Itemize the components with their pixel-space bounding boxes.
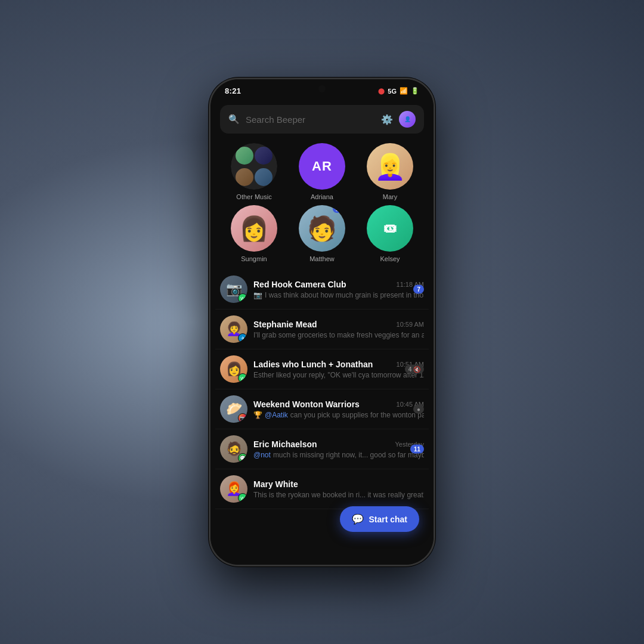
search-input[interactable]: Search Beeper [246,114,375,125]
platform-icon-tg: ✈ [238,333,247,343]
chat-item-wonton[interactable]: 🥟 📷 Weekend Wonton Warriors 10:45 AM 🏆 @… [215,389,429,429]
platform-icon-wa: W [238,293,247,303]
story-avatar-mary: 👱‍♀️ [367,143,413,190]
chat-header-stephanie: Stephanie Mead 10:59 AM [253,320,424,329]
settings-icon[interactable]: ⚙️ [381,114,393,125]
chat-time-stephanie: 10:59 AM [397,321,424,328]
start-chat-label: Start chat [369,515,407,524]
story-kelsey[interactable]: 🎟 Kelsey [367,205,413,262]
chat-item-stephanie[interactable]: 👩‍🦱 ✈ Stephanie Mead 10:59 AM I'll grab … [215,309,429,349]
story-label-adriana: Adriana [311,193,333,200]
chat-name-marywhite: Mary White [253,479,298,489]
story-avatar-kelsey: 🎟 [367,205,413,252]
chat-header-eric: Eric Michaelson Yesterday [253,439,424,449]
chat-avatar-marywhite: 👩‍🦰 W [220,475,247,503]
mention-not: @not [253,451,271,459]
story-sungmin[interactable]: 👩 Sungmin [231,205,277,262]
platform-icon-ig: 📷 [238,413,247,423]
kelsey-avatar-bg: 🎟 [367,205,413,252]
chat-badge-wonton: ● [413,405,424,414]
chat-preview-stephanie: I'll grab some groceries to make fresh v… [253,331,424,339]
adriana-avatar-bg: AR [299,143,345,190]
chat-header-red-hook: Red Hook Camera Club 11:18 AM [253,280,424,289]
status-bar: 8:21 ⬤ 5G 📶 🔋 [210,79,434,100]
chat-header-ladies: Ladies who Lunch + Jonathan 10:51 AM [253,360,424,369]
story-avatar-sungmin: 👩 [231,205,277,252]
search-icon: 🔍 [228,114,240,125]
chat-preview-red-hook: 📷 I was think about how much grain is pr… [253,291,424,299]
chat-item-red-hook[interactable]: 📷 W Red Hook Camera Club 11:18 AM 📷 I wa… [215,270,429,309]
chat-name-eric: Eric Michaelson [253,439,317,449]
search-bar[interactable]: 🔍 Search Beeper ⚙️ 👤 [220,105,424,134]
story-avatar-other-music: 8 [231,143,277,190]
chat-avatar-ladies: 👩 W [220,355,247,383]
user-avatar-initial: 👤 [404,116,411,122]
mini-avatar-3 [236,168,253,186]
chat-content-red-hook: Red Hook Camera Club 11:18 AM 📷 I was th… [253,280,424,299]
camera-dot [318,85,326,92]
matthew-badge: 11 [333,205,345,213]
chat-item-ladies[interactable]: 👩 W Ladies who Lunch + Jonathan 10:51 AM… [215,349,429,389]
start-chat-fab[interactable]: 💬 Start chat [340,506,419,532]
chat-preview-eric: @not much is missing right now, it... go… [253,451,424,459]
chat-avatar-wonton: 🥟 📷 [220,395,247,423]
story-label-mary: Mary [383,193,397,200]
platform-icon-wa-2: W [238,373,247,383]
adriana-initials: AR [312,159,332,174]
story-matthew[interactable]: 🧑 11 Matthew [299,205,345,262]
chat-avatar-stephanie: 👩‍🦱 ✈ [220,315,247,343]
mary-avatar-bg: 👱‍♀️ [367,143,413,190]
chat-item-eric[interactable]: 🧔 💬 Eric Michaelson Yesterday @not much … [215,429,429,469]
chat-header-wonton: Weekend Wonton Warriors 10:45 AM [253,400,424,409]
chat-preview-icon: 📷 [253,291,262,299]
user-avatar[interactable]: 👤 [399,111,416,128]
mary-avatar-icon: 👱‍♀️ [374,152,405,181]
chat-name-red-hook: Red Hook Camera Club [253,280,346,289]
chat-content-stephanie: Stephanie Mead 10:59 AM I'll grab some g… [253,320,424,339]
platform-icon-sms: 💬 [238,453,247,463]
chat-content-marywhite: Mary White This is the ryokan we booked … [253,479,424,499]
chat-badge-red-hook: 7 [413,285,424,294]
start-chat-icon: 💬 [352,513,364,525]
chat-item-marywhite[interactable]: 👩‍🦰 W Mary White This is the ryokan we b… [215,469,429,509]
other-music-badge: 8 [268,143,277,150]
phone-wrapper: 8:21 ⬤ 5G 📶 🔋 🔍 Search Beeper ⚙️ 👤 [209,78,435,566]
mini-avatar-1 [236,147,253,165]
status-time: 8:21 [225,86,241,95]
chat-name-wonton: Weekend Wonton Warriors [253,400,360,409]
network-label: 5G [388,88,397,95]
status-icons: ⬤ 5G 📶 🔋 [378,87,419,95]
screen: 8:21 ⬤ 5G 📶 🔋 🔍 Search Beeper ⚙️ 👤 [210,79,434,565]
story-avatar-matthew: 🧑 11 [299,205,345,252]
story-label-other-music: Other Music [236,193,271,200]
stories-row-1: 8 Other Music AR Adriana [210,143,434,205]
chat-preview-wonton: 🏆 @Aatik can you pick up supplies for th… [253,411,424,419]
story-other-music[interactable]: 8 Other Music [231,143,277,200]
story-avatar-adriana: AR [299,143,345,190]
story-label-sungmin: Sungmin [241,255,267,262]
kelsey-ticket-icon: 🎟 [383,221,397,236]
phone-body: 8:21 ⬤ 5G 📶 🔋 🔍 Search Beeper ⚙️ 👤 [209,78,435,566]
mention-aatik: @Aatik [265,411,288,419]
platform-icon-wa-3: W [238,493,247,503]
stories-row-2: 👩 Sungmin 🧑 11 Matthew [210,205,434,270]
story-label-kelsey: Kelsey [380,255,400,262]
signal-icon: 📶 [400,87,408,95]
chat-content-ladies: Ladies who Lunch + Jonathan 10:51 AM Est… [253,360,424,379]
story-adriana[interactable]: AR Adriana [299,143,345,200]
chat-content-wonton: Weekend Wonton Warriors 10:45 AM 🏆 @Aati… [253,400,424,419]
chat-list: 📷 W Red Hook Camera Club 11:18 AM 📷 I wa… [210,270,434,509]
chat-name-stephanie: Stephanie Mead [253,320,317,329]
chat-preview-marywhite: This is the ryokan we booked in ri... it… [253,491,424,499]
matthew-avatar-icon: 🧑 [307,215,337,243]
sungmin-avatar-icon: 👩 [239,215,269,243]
chat-content-eric: Eric Michaelson Yesterday @not much is m… [253,439,424,459]
chat-preview-ladies: Esther liked your reply, "OK we'll cya t… [253,371,424,379]
chat-name-ladies: Ladies who Lunch + Jonathan [253,360,373,369]
sungmin-avatar-bg: 👩 [231,205,277,252]
chat-badge-ladies: 4 🔇 [405,365,424,374]
record-icon: ⬤ [378,88,385,94]
chat-badge-eric: 11 [410,445,424,454]
story-label-matthew: Matthew [309,255,335,262]
story-mary[interactable]: 👱‍♀️ Mary [367,143,413,200]
